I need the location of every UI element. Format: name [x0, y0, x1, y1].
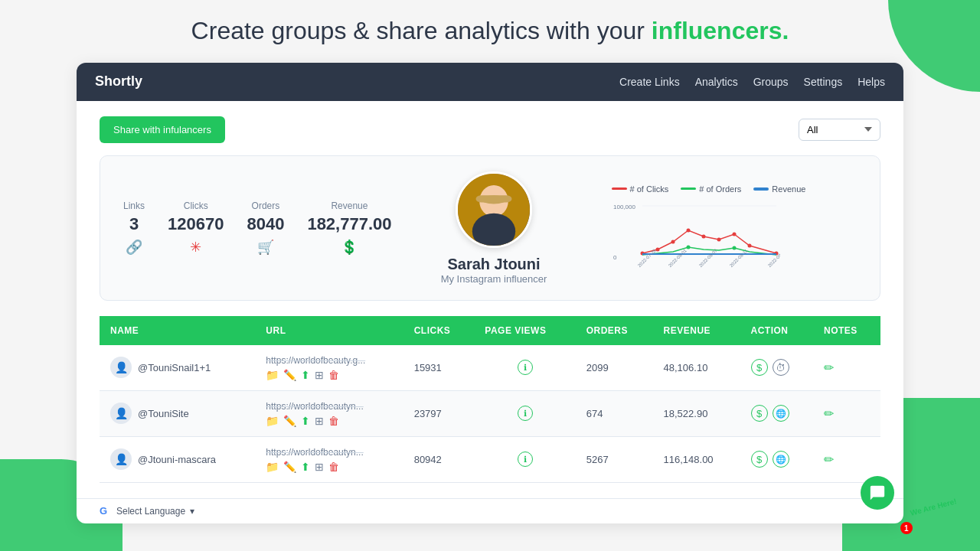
nav-analytics[interactable]: Analytics [695, 76, 738, 88]
legend-orders: # of Orders [681, 184, 741, 194]
svg-point-19 [732, 246, 736, 249]
globe-icon-1[interactable]: 🌐 [773, 405, 789, 422]
cell-pageviews-1: ℹ [474, 390, 575, 436]
notes-edit-icon-1[interactable]: ✏ [824, 407, 834, 420]
hero-headline: Create groups & share analytics with you… [77, 15, 903, 47]
cell-clicks-1: 23797 [403, 390, 475, 436]
svg-point-16 [747, 243, 751, 247]
dollar-icon-0[interactable]: $ [751, 359, 768, 376]
svg-point-11 [671, 240, 675, 243]
cell-clicks-0: 15931 [403, 345, 475, 391]
main-card: Shortly Create Links Analytics Groups Se… [77, 63, 903, 523]
col-pageviews: PAGE VIEWS [474, 316, 575, 345]
cell-name-2: 👤 @Jtouni-mascara [100, 436, 255, 482]
nav-groups[interactable]: Groups [753, 76, 789, 88]
cell-url-2: https://worldofbeautyn... 📁 ✏️ ⬆ ⊞ 🗑 [255, 436, 403, 482]
svg-point-13 [701, 234, 705, 238]
clock-icon-0[interactable]: ⏱ [773, 359, 789, 376]
row-avatar-2: 👤 [110, 448, 132, 470]
cell-pageviews-2: ℹ [474, 436, 575, 482]
col-name: NAME [100, 316, 255, 345]
cell-action-2: $ 🌐 [740, 436, 814, 482]
col-revenue: REVENUE [653, 316, 740, 345]
delete-icon[interactable]: 🗑 [328, 415, 339, 427]
upload-icon[interactable]: ⬆ [301, 369, 310, 381]
chart-area: # of Clicks # of Orders Revenue [596, 184, 857, 272]
profile-subtitle: My Instagram influencer [392, 273, 596, 285]
nav-settings[interactable]: Settings [804, 76, 843, 88]
globe-icon-2[interactable]: 🌐 [773, 451, 789, 468]
svg-point-10 [655, 247, 659, 251]
cell-clicks-2: 80942 [403, 436, 475, 482]
cell-name-0: 👤 @TouniSnail1+1 [100, 345, 255, 391]
analytics-chart: 100,000 0 [612, 200, 780, 269]
col-action: ACTION [740, 316, 814, 345]
dollar-icon-1[interactable]: $ [751, 405, 768, 422]
svg-text:2022-08-07: 2022-08-07 [697, 247, 717, 267]
row-url-0: https://worldofbeauty.g... [266, 355, 365, 366]
stat-orders: Orders 8040 🛒 [247, 201, 284, 256]
dollar-icon-2[interactable]: $ [751, 451, 768, 468]
cell-pageviews-0: ℹ [474, 345, 575, 391]
cell-name-1: 👤 @TouniSite [100, 390, 255, 436]
profile-section: Sarah Jtouni My Instagram influencer [392, 171, 596, 285]
grid-icon[interactable]: ⊞ [315, 415, 324, 427]
svg-text:2022-08-11: 2022-08-11 [728, 247, 748, 267]
share-button[interactable]: Share with infulancers [100, 116, 225, 143]
cell-action-1: $ 🌐 [740, 390, 814, 436]
edit-icon[interactable]: ✏️ [283, 415, 296, 427]
folder-icon[interactable]: 📁 [266, 461, 279, 473]
headline-text: Create groups & share analytics with you… [191, 17, 652, 44]
table-row: 👤 @TouniSnail1+1 https://worldofbeauty.g… [100, 345, 880, 391]
profile-name: Sarah Jtouni [392, 256, 596, 273]
grid-icon[interactable]: ⊞ [315, 461, 324, 473]
cell-revenue-0: 48,106.10 [653, 345, 740, 391]
folder-icon[interactable]: 📁 [266, 415, 279, 427]
google-icon: G [100, 505, 112, 517]
stat-links: Links 3 🔗 [123, 201, 145, 256]
svg-text:2022-07-28: 2022-07-28 [636, 247, 656, 267]
stat-revenue: Revenue 182,777.00 💲 [307, 201, 391, 256]
nav-helps[interactable]: Helps [858, 76, 885, 88]
grid-icon[interactable]: ⊞ [315, 369, 324, 381]
cell-notes-2: ✏ [813, 436, 880, 482]
brand-logo: Shortly [95, 73, 142, 90]
edit-icon[interactable]: ✏️ [283, 369, 296, 381]
svg-point-12 [686, 228, 690, 232]
edit-icon[interactable]: ✏️ [283, 461, 296, 473]
nav-create-links[interactable]: Create Links [619, 76, 680, 88]
folder-icon[interactable]: 📁 [266, 369, 279, 381]
select-language-bar: G Select Language ▾ [77, 498, 903, 523]
notes-edit-icon-2[interactable]: ✏ [824, 453, 834, 466]
cell-action-0: $ ⏱ [740, 345, 814, 391]
stats-profile-row: Links 3 🔗 Clicks 120670 ✳ Orders 8040 🛒 [100, 155, 880, 301]
cell-url-0: https://worldofbeauty.g... 📁 ✏️ ⬆ ⊞ 🗑 [255, 345, 403, 391]
orders-icon: 🛒 [247, 239, 284, 256]
upload-icon[interactable]: ⬆ [301, 461, 310, 473]
table-row: 👤 @Jtouni-mascara https://worldofbeautyn… [100, 436, 880, 482]
language-dropdown-arrow[interactable]: ▾ [190, 506, 194, 517]
row-avatar-1: 👤 [110, 403, 132, 424]
notes-edit-icon-0[interactable]: ✏ [824, 361, 834, 374]
svg-point-18 [686, 245, 690, 249]
chat-badge: 1 [900, 522, 913, 534]
delete-icon[interactable]: 🗑 [328, 369, 339, 381]
cell-orders-1: 674 [576, 390, 653, 436]
delete-icon[interactable]: 🗑 [328, 461, 339, 473]
cell-notes-0: ✏ [813, 345, 880, 391]
select-language-label: Select Language [116, 506, 185, 517]
cell-notes-1: ✏ [813, 390, 880, 436]
nav-menu: Create Links Analytics Groups Settings H… [619, 76, 885, 88]
cell-orders-0: 2099 [576, 345, 653, 391]
chat-button[interactable] [861, 476, 894, 510]
upload-icon[interactable]: ⬆ [301, 415, 310, 427]
legend-clicks: # of Clicks [612, 184, 669, 194]
row-url-2: https://worldofbeautyn... [266, 447, 363, 458]
headline-accent: influencers. [652, 17, 789, 44]
filter-select[interactable]: All This Week This Month This Year [799, 119, 880, 141]
revenue-icon: 💲 [307, 239, 391, 256]
cell-url-1: https://worldofbeautyn... 📁 ✏️ ⬆ ⊞ 🗑 [255, 390, 403, 436]
row-name-0: @TouniSnail1+1 [138, 362, 211, 373]
stat-clicks: Clicks 120670 ✳ [168, 201, 224, 256]
col-url: URL [255, 316, 403, 345]
